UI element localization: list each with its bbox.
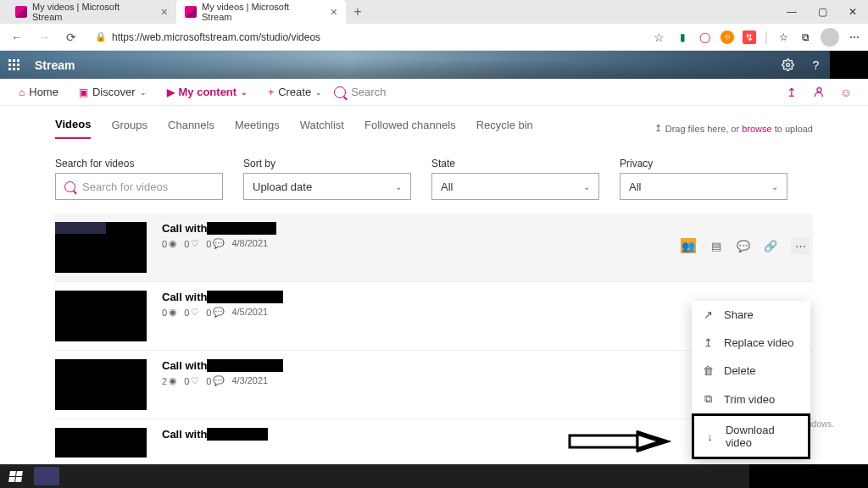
nav-home[interactable]: ⌂Home: [10, 79, 67, 105]
content-tabs: Videos Groups Channels Meetings Watchlis…: [55, 118, 813, 139]
nav-discover[interactable]: ▣Discover⌄: [70, 79, 155, 105]
redacted-name: [207, 222, 276, 235]
privacy-badge-icon[interactable]: 👥: [681, 238, 696, 253]
browse-link[interactable]: browse: [742, 124, 771, 134]
sort-label: Sort by: [243, 158, 411, 169]
start-button[interactable]: [0, 464, 31, 488]
search-icon: [334, 86, 346, 98]
redacted-name: [207, 291, 283, 303]
upload-button[interactable]: ↥: [780, 80, 804, 104]
video-date: 4/5/2021: [231, 307, 268, 318]
tab-recycle[interactable]: Recycle bin: [476, 119, 533, 138]
chevron-down-icon: ⌄: [241, 88, 248, 97]
more-actions-button[interactable]: ⋯: [791, 237, 810, 254]
taskbar-app[interactable]: [34, 467, 59, 485]
comment-icon[interactable]: 💬: [737, 239, 750, 252]
video-thumbnail[interactable]: [55, 291, 147, 341]
close-icon[interactable]: ×: [161, 5, 168, 19]
main-nav: ⌂Home ▣Discover⌄ ▶My content⌄ +Create⌄ S…: [0, 79, 868, 106]
maximize-button[interactable]: ▢: [807, 0, 837, 24]
stream-favicon-icon: [15, 6, 27, 18]
taskbar-redacted: [749, 464, 868, 488]
chevron-down-icon: ⌄: [140, 88, 147, 97]
add-to-list-icon[interactable]: ▤: [709, 239, 723, 252]
tab-followed[interactable]: Followed channels: [364, 119, 456, 138]
home-icon: ⌂: [19, 86, 25, 98]
browser-tab-strip: My videos | Microsoft Stream × My videos…: [0, 0, 868, 24]
more-browser-icon[interactable]: ⋯: [848, 30, 861, 44]
menu-trim[interactable]: ⧉Trim video: [692, 385, 810, 413]
profile-button[interactable]: [807, 80, 831, 104]
new-tab-button[interactable]: +: [346, 0, 370, 24]
tab-title: My videos | Microsoft Stream: [202, 2, 320, 22]
blocker-ext-icon[interactable]: ⦸: [721, 30, 734, 44]
close-window-button[interactable]: ✕: [837, 0, 868, 24]
nav-my-content[interactable]: ▶My content⌄: [159, 79, 257, 105]
tab-watchlist[interactable]: Watchlist: [300, 119, 344, 138]
help-button[interactable]: ?: [802, 51, 830, 79]
my-content-icon: ▶: [167, 86, 175, 98]
tab-groups[interactable]: Groups: [111, 119, 147, 138]
likes-icon: ♡: [191, 375, 199, 386]
browser-tab[interactable]: My videos | Microsoft Stream ×: [7, 0, 176, 24]
browser-tab-active[interactable]: My videos | Microsoft Stream ×: [176, 0, 346, 24]
collections-icon[interactable]: ⧉: [798, 30, 812, 44]
menu-replace[interactable]: ↥Replace video: [692, 329, 810, 357]
opera-ext-icon[interactable]: ◯: [698, 30, 712, 44]
tab-videos[interactable]: Videos: [55, 118, 91, 139]
views-icon: ◉: [169, 307, 177, 318]
svg-point-0: [787, 64, 790, 67]
comments-icon: 💬: [213, 238, 225, 249]
search-field[interactable]: [82, 180, 214, 193]
favorites-bar-icon[interactable]: ☆: [776, 30, 790, 44]
profile-avatar[interactable]: [821, 28, 839, 47]
settings-button[interactable]: [774, 51, 802, 79]
nav-create[interactable]: +Create⌄: [259, 79, 331, 105]
sort-select[interactable]: Upload date⌄: [243, 173, 411, 200]
likes-icon: ♡: [191, 307, 199, 318]
tab-channels[interactable]: Channels: [168, 119, 214, 138]
menu-share[interactable]: ↗Share: [692, 301, 810, 329]
search-icon: [64, 181, 75, 192]
search-input[interactable]: [55, 173, 223, 200]
video-thumbnail[interactable]: [55, 359, 147, 410]
video-row[interactable]: Call with 0◉ 0♡ 0💬 4/8/2021 👥 ▤ 💬 🔗 ⋯: [55, 214, 813, 282]
menu-delete[interactable]: 🗑Delete: [692, 357, 810, 385]
feedback-button[interactable]: ☺: [834, 80, 858, 104]
nav-search[interactable]: Search: [334, 86, 386, 98]
link-icon[interactable]: 🔗: [764, 239, 777, 252]
video-title-prefix: Call with: [162, 359, 207, 372]
tab-meetings[interactable]: Meetings: [235, 119, 280, 138]
video-thumbnail[interactable]: [55, 428, 147, 458]
state-label: State: [431, 158, 599, 169]
refresh-button[interactable]: ⟳: [61, 27, 81, 47]
tab-title: My videos | Microsoft Stream: [32, 2, 151, 22]
likes-icon: ♡: [191, 238, 199, 249]
extension-icons: ▮ ◯ ⦸ ↯ | ☆ ⧉ ⋯: [676, 28, 861, 47]
state-select[interactable]: All⌄: [431, 173, 599, 200]
chevron-down-icon: ⌄: [315, 88, 322, 97]
red-ext-icon[interactable]: ↯: [743, 30, 756, 44]
privacy-select[interactable]: All⌄: [620, 173, 787, 200]
discover-icon: ▣: [79, 86, 88, 98]
back-button[interactable]: ←: [7, 27, 27, 47]
minimize-button[interactable]: —: [776, 0, 807, 24]
favorite-icon[interactable]: ☆: [649, 27, 670, 47]
redacted-name: [207, 428, 268, 441]
shield-ext-icon[interactable]: ▮: [676, 30, 690, 44]
video-thumbnail[interactable]: [55, 222, 147, 273]
window-controls: — ▢ ✕: [776, 0, 868, 24]
replace-icon: ↥: [702, 336, 714, 349]
waffle-icon: [8, 59, 19, 70]
chevron-down-icon: ⌄: [583, 182, 590, 191]
video-title-prefix: Call with: [162, 291, 207, 303]
forward-button[interactable]: →: [34, 27, 54, 47]
app-launcher-button[interactable]: [0, 51, 28, 79]
privacy-label: Privacy: [620, 158, 787, 169]
close-icon[interactable]: ×: [331, 5, 337, 19]
menu-download[interactable]: ↓Download video: [692, 413, 810, 459]
video-date: 4/3/2021: [231, 375, 268, 386]
svg-rect-2: [570, 435, 637, 447]
url-field[interactable]: 🔒 https://web.microsoftstream.com/studio…: [88, 30, 643, 45]
address-bar: ← → ⟳ 🔒 https://web.microsoftstream.com/…: [0, 24, 868, 51]
